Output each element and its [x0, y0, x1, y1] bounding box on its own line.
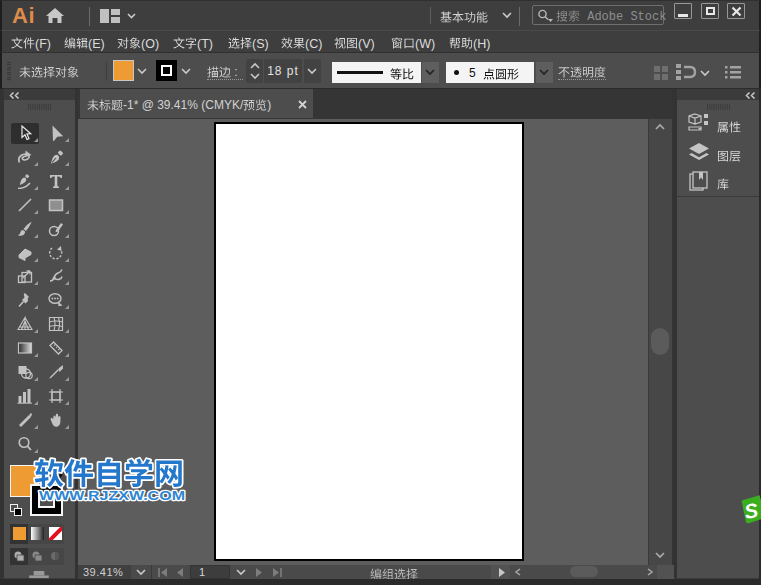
svg-text:WWW.RJZXW.COM: WWW.RJZXW.COM: [39, 488, 185, 503]
